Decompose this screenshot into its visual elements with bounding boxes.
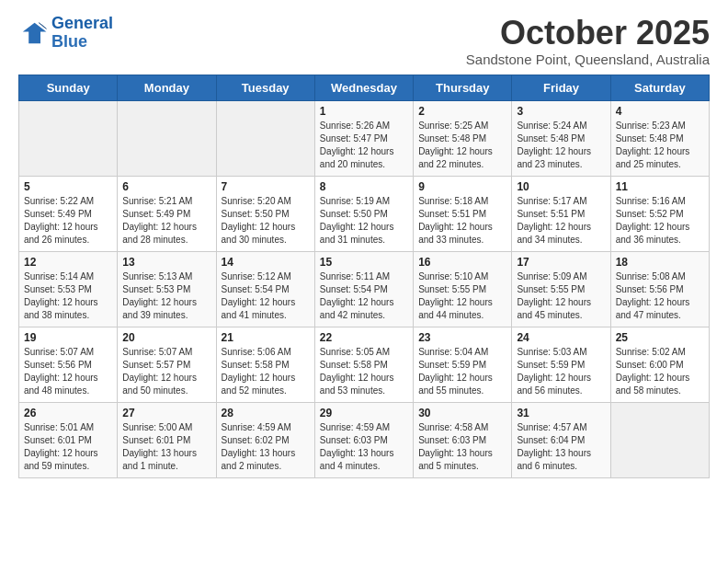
calendar-day-cell: 25Sunrise: 5:02 AM Sunset: 6:00 PM Dayli…: [610, 327, 709, 402]
day-info: Sunrise: 5:05 AM Sunset: 5:58 PM Dayligh…: [320, 346, 408, 397]
calendar-day-cell: 18Sunrise: 5:08 AM Sunset: 5:56 PM Dayli…: [610, 251, 709, 327]
calendar-day-cell: 21Sunrise: 5:06 AM Sunset: 5:58 PM Dayli…: [216, 327, 314, 402]
day-info: Sunrise: 5:06 AM Sunset: 5:58 PM Dayligh…: [222, 346, 310, 397]
day-info: Sunrise: 5:18 AM Sunset: 5:51 PM Dayligh…: [418, 195, 506, 247]
day-number: 25: [616, 331, 704, 344]
day-info: Sunrise: 5:03 AM Sunset: 5:59 PM Dayligh…: [517, 346, 605, 397]
day-number: 15: [320, 256, 408, 269]
calendar-day-cell: 15Sunrise: 5:11 AM Sunset: 5:54 PM Dayli…: [314, 251, 413, 327]
day-number: 14: [222, 256, 310, 269]
day-number: 30: [418, 407, 506, 419]
day-info: Sunrise: 5:22 AM Sunset: 5:49 PM Dayligh…: [24, 195, 112, 247]
day-number: 21: [222, 331, 310, 344]
calendar-day-cell: 16Sunrise: 5:10 AM Sunset: 5:55 PM Dayli…: [414, 251, 512, 327]
day-info: Sunrise: 5:07 AM Sunset: 5:56 PM Dayligh…: [24, 346, 112, 397]
calendar-day-cell: 29Sunrise: 4:59 AM Sunset: 6:03 PM Dayli…: [314, 402, 413, 477]
day-info: Sunrise: 5:21 AM Sunset: 5:49 PM Dayligh…: [122, 195, 210, 247]
day-number: 11: [616, 180, 704, 193]
calendar-week-row: 1Sunrise: 5:26 AM Sunset: 5:47 PM Daylig…: [19, 100, 710, 176]
calendar-day-cell: [610, 402, 709, 477]
weekday-header-cell: Tuesday: [216, 75, 314, 100]
day-number: 13: [122, 256, 210, 269]
weekday-header-cell: Friday: [512, 75, 610, 100]
day-number: 12: [24, 256, 112, 269]
calendar-day-cell: 31Sunrise: 4:57 AM Sunset: 6:04 PM Dayli…: [512, 402, 610, 477]
calendar-day-cell: 14Sunrise: 5:12 AM Sunset: 5:54 PM Dayli…: [216, 251, 314, 327]
calendar-day-cell: 3Sunrise: 5:24 AM Sunset: 5:48 PM Daylig…: [512, 100, 610, 176]
weekday-header-cell: Saturday: [610, 75, 709, 100]
calendar-day-cell: 22Sunrise: 5:05 AM Sunset: 5:58 PM Dayli…: [314, 327, 413, 402]
calendar-day-cell: 12Sunrise: 5:14 AM Sunset: 5:53 PM Dayli…: [19, 251, 118, 327]
title-block: October 2025 Sandstone Point, Queensland…: [466, 15, 710, 67]
day-info: Sunrise: 4:59 AM Sunset: 6:02 PM Dayligh…: [222, 421, 310, 473]
weekday-header-cell: Monday: [118, 75, 216, 100]
calendar-day-cell: 17Sunrise: 5:09 AM Sunset: 5:55 PM Dayli…: [512, 251, 610, 327]
day-number: 22: [320, 331, 408, 344]
calendar-day-cell: 27Sunrise: 5:00 AM Sunset: 6:01 PM Dayli…: [118, 402, 216, 477]
day-number: 9: [418, 180, 506, 193]
calendar-day-cell: 4Sunrise: 5:23 AM Sunset: 5:48 PM Daylig…: [610, 100, 709, 176]
day-info: Sunrise: 5:20 AM Sunset: 5:50 PM Dayligh…: [222, 195, 310, 247]
day-info: Sunrise: 5:26 AM Sunset: 5:47 PM Dayligh…: [320, 120, 408, 171]
location-subtitle: Sandstone Point, Queensland, Australia: [466, 52, 710, 67]
day-info: Sunrise: 4:57 AM Sunset: 6:04 PM Dayligh…: [517, 421, 605, 473]
calendar-day-cell: 28Sunrise: 4:59 AM Sunset: 6:02 PM Dayli…: [216, 402, 314, 477]
calendar-day-cell: 13Sunrise: 5:13 AM Sunset: 5:53 PM Dayli…: [118, 251, 216, 327]
day-number: 10: [517, 180, 605, 193]
day-info: Sunrise: 5:10 AM Sunset: 5:55 PM Dayligh…: [418, 270, 506, 322]
day-number: 1: [320, 105, 408, 118]
day-number: 4: [616, 105, 704, 118]
day-number: 16: [418, 256, 506, 269]
day-info: Sunrise: 5:04 AM Sunset: 5:59 PM Dayligh…: [418, 346, 506, 397]
calendar-day-cell: 26Sunrise: 5:01 AM Sunset: 6:01 PM Dayli…: [19, 402, 118, 477]
day-info: Sunrise: 5:14 AM Sunset: 5:53 PM Dayligh…: [24, 270, 112, 322]
day-number: 5: [24, 180, 112, 193]
calendar-week-row: 12Sunrise: 5:14 AM Sunset: 5:53 PM Dayli…: [19, 251, 710, 327]
day-info: Sunrise: 4:59 AM Sunset: 6:03 PM Dayligh…: [320, 421, 408, 473]
day-info: Sunrise: 5:25 AM Sunset: 5:48 PM Dayligh…: [418, 120, 506, 171]
weekday-header-cell: Wednesday: [314, 75, 413, 100]
day-number: 18: [616, 256, 704, 269]
day-number: 19: [24, 331, 112, 344]
calendar-day-cell: [216, 100, 314, 176]
calendar-day-cell: 24Sunrise: 5:03 AM Sunset: 5:59 PM Dayli…: [512, 327, 610, 402]
day-info: Sunrise: 5:13 AM Sunset: 5:53 PM Dayligh…: [122, 270, 210, 322]
calendar-day-cell: 5Sunrise: 5:22 AM Sunset: 5:49 PM Daylig…: [19, 176, 118, 251]
calendar-day-cell: 2Sunrise: 5:25 AM Sunset: 5:48 PM Daylig…: [414, 100, 512, 176]
calendar-week-row: 5Sunrise: 5:22 AM Sunset: 5:49 PM Daylig…: [19, 176, 710, 251]
calendar-day-cell: 6Sunrise: 5:21 AM Sunset: 5:49 PM Daylig…: [118, 176, 216, 251]
weekday-header-cell: Thursday: [414, 75, 512, 100]
page-header: General Blue October 2025 Sandstone Poin…: [18, 15, 710, 67]
calendar-day-cell: 1Sunrise: 5:26 AM Sunset: 5:47 PM Daylig…: [314, 100, 413, 176]
day-info: Sunrise: 5:24 AM Sunset: 5:48 PM Dayligh…: [517, 120, 605, 171]
day-info: Sunrise: 5:12 AM Sunset: 5:54 PM Dayligh…: [222, 270, 310, 322]
day-info: Sunrise: 5:09 AM Sunset: 5:55 PM Dayligh…: [517, 270, 605, 322]
calendar-day-cell: 19Sunrise: 5:07 AM Sunset: 5:56 PM Dayli…: [19, 327, 118, 402]
calendar-day-cell: 8Sunrise: 5:19 AM Sunset: 5:50 PM Daylig…: [314, 176, 413, 251]
day-number: 20: [122, 331, 210, 344]
weekday-header-cell: Sunday: [19, 75, 118, 100]
day-number: 17: [517, 256, 605, 269]
calendar-day-cell: 7Sunrise: 5:20 AM Sunset: 5:50 PM Daylig…: [216, 176, 314, 251]
weekday-header-row: SundayMondayTuesdayWednesdayThursdayFrid…: [19, 75, 710, 100]
day-number: 24: [517, 331, 605, 344]
day-info: Sunrise: 5:17 AM Sunset: 5:51 PM Dayligh…: [517, 195, 605, 247]
logo: General Blue: [18, 15, 113, 52]
day-info: Sunrise: 5:23 AM Sunset: 5:48 PM Dayligh…: [616, 120, 704, 171]
calendar-week-row: 26Sunrise: 5:01 AM Sunset: 6:01 PM Dayli…: [19, 402, 710, 477]
day-number: 3: [517, 105, 605, 118]
calendar-table: SundayMondayTuesdayWednesdayThursdayFrid…: [18, 75, 710, 478]
calendar-day-cell: 11Sunrise: 5:16 AM Sunset: 5:52 PM Dayli…: [610, 176, 709, 251]
calendar-day-cell: 9Sunrise: 5:18 AM Sunset: 5:51 PM Daylig…: [414, 176, 512, 251]
day-number: 8: [320, 180, 408, 193]
calendar-day-cell: 23Sunrise: 5:04 AM Sunset: 5:59 PM Dayli…: [414, 327, 512, 402]
day-info: Sunrise: 5:19 AM Sunset: 5:50 PM Dayligh…: [320, 195, 408, 247]
calendar-day-cell: [19, 100, 118, 176]
calendar-day-cell: [118, 100, 216, 176]
day-info: Sunrise: 4:58 AM Sunset: 6:03 PM Dayligh…: [418, 421, 506, 473]
day-number: 29: [320, 407, 408, 419]
calendar-day-cell: 30Sunrise: 4:58 AM Sunset: 6:03 PM Dayli…: [414, 402, 512, 477]
calendar-day-cell: 20Sunrise: 5:07 AM Sunset: 5:57 PM Dayli…: [118, 327, 216, 402]
month-title: October 2025: [466, 15, 710, 52]
day-number: 31: [517, 407, 605, 419]
